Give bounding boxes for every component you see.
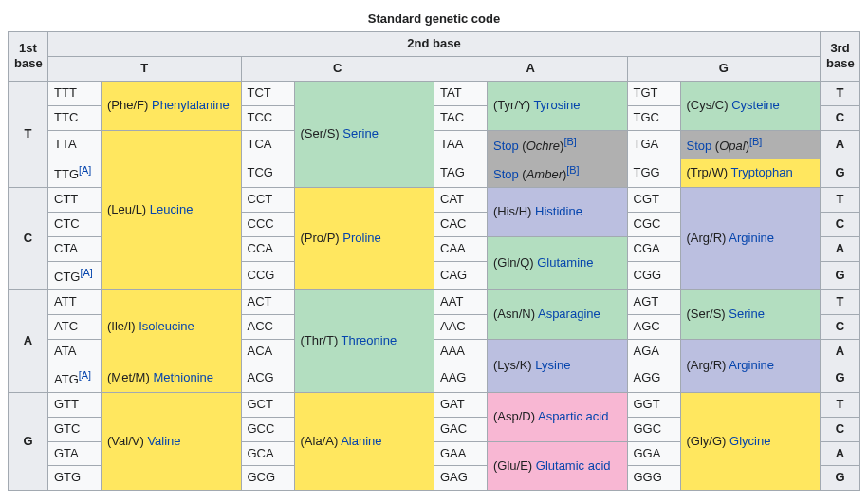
codon-GCC: GCC	[241, 417, 294, 441]
link-stop-ochre[interactable]: Stop	[493, 139, 519, 153]
link-stop-amber[interactable]: Stop	[493, 167, 519, 181]
codon-ACG: ACG	[241, 364, 294, 392]
codon-AAA: AAA	[434, 339, 488, 364]
stop-amber: Stop (Amber)[B]	[488, 159, 628, 187]
codon-AGT: AGT	[627, 289, 680, 314]
codon-CTG: CTG[A]	[48, 261, 102, 289]
codon-TTC: TTC	[48, 105, 102, 130]
link-arginine-ag[interactable]: Arginine	[729, 358, 774, 372]
link-serine[interactable]: Serine	[342, 126, 379, 140]
codon-GCA: GCA	[241, 441, 294, 466]
link-proline[interactable]: Proline	[342, 231, 380, 245]
aa-pro: (Pro/P) Proline	[294, 188, 434, 290]
codon-TGT: TGT	[627, 81, 680, 105]
codon-table: Standard genetic code 1stbase 2nd base 3…	[8, 8, 860, 491]
aa-arg-ag: (Arg/R) Arginine	[680, 339, 821, 392]
link-histidine[interactable]: Histidine	[535, 204, 582, 218]
codon-CCA: CCA	[241, 236, 294, 261]
codon-AGC: AGC	[627, 314, 680, 339]
link-glutamine[interactable]: Glutamine	[537, 255, 593, 270]
codon-GCG: GCG	[241, 466, 294, 491]
codon-ATG: ATG[A]	[48, 364, 102, 392]
aa-ala: (Ala/A) Alanine	[294, 392, 434, 491]
row-third-T: T	[821, 81, 860, 105]
codon-CAG: CAG	[434, 261, 488, 289]
link-arginine[interactable]: Arginine	[729, 231, 774, 245]
codon-TAA: TAA	[434, 130, 488, 159]
link-glutamic-acid[interactable]: Glutamic acid	[536, 458, 611, 473]
row-first-T: T	[9, 81, 48, 187]
link-phenylalanine[interactable]: Phenylalanine	[152, 98, 230, 112]
link-methionine[interactable]: Methionine	[153, 370, 213, 384]
codon-ACC: ACC	[241, 314, 294, 339]
codon-AAC: AAC	[434, 314, 488, 339]
codon-CTC: CTC	[48, 212, 102, 236]
codon-CGA: CGA	[627, 236, 680, 261]
aa-trp: (Trp/W) Tryptophan	[680, 159, 821, 187]
codon-GTT: GTT	[48, 392, 102, 417]
ref-b-taa[interactable]: [B]	[563, 136, 576, 147]
codon-CGT: CGT	[627, 188, 680, 213]
aa-cys: (Cys/C) Cysteine	[680, 81, 821, 130]
codon-TTA: TTA	[48, 130, 102, 159]
link-tyrosine[interactable]: Tyrosine	[533, 98, 580, 112]
aa-val: (Val/V) Valine	[102, 392, 242, 491]
codon-CCT: CCT	[241, 188, 294, 213]
codon-GGC: GGC	[627, 417, 680, 441]
codon-GAC: GAC	[434, 417, 488, 441]
row-first-A: A	[9, 289, 48, 392]
ref-a-atg[interactable]: [A]	[79, 369, 91, 381]
ref-b-tag[interactable]: [B]	[566, 164, 579, 176]
header-col-G: G	[627, 56, 821, 81]
codon-TCA: TCA	[241, 130, 294, 159]
aa-tyr: (Tyr/Y) Tyrosine	[488, 81, 628, 130]
link-threonine[interactable]: Threonine	[342, 333, 397, 347]
codon-AAT: AAT	[434, 289, 488, 314]
row-first-C: C	[9, 188, 48, 290]
codon-AAG: AAG	[434, 364, 488, 392]
codon-GGA: GGA	[627, 441, 680, 466]
link-aspartic-acid[interactable]: Aspartic acid	[538, 409, 608, 423]
header-col-C: C	[241, 56, 434, 81]
link-asparagine[interactable]: Asparagine	[538, 307, 600, 321]
header-first-base: 1stbase	[9, 32, 48, 82]
link-tryptophan[interactable]: Tryptophan	[730, 165, 792, 179]
ref-a-ctg[interactable]: [A]	[80, 267, 92, 278]
codon-ATC: ATC	[48, 314, 102, 339]
codon-CTA: CTA	[48, 236, 102, 261]
link-glycine[interactable]: Glycine	[729, 434, 770, 448]
link-alanine[interactable]: Alanine	[341, 434, 381, 448]
codon-TAG: TAG	[434, 159, 488, 187]
link-isoleucine[interactable]: Isoleucine	[139, 319, 194, 333]
aa-ser-tc: (Ser/S) Serine	[294, 81, 434, 187]
header-second-base: 2nd base	[48, 32, 821, 57]
header-col-A: A	[434, 56, 628, 81]
link-valine[interactable]: Valine	[147, 434, 180, 448]
link-serine-ag[interactable]: Serine	[729, 307, 765, 321]
aa-ser-ag: (Ser/S) Serine	[680, 289, 821, 339]
codon-TGG: TGG	[627, 159, 680, 187]
ref-b-tga[interactable]: [B]	[749, 136, 762, 147]
codon-CCC: CCC	[241, 212, 294, 236]
link-cysteine[interactable]: Cysteine	[731, 98, 780, 112]
link-leucine[interactable]: Leucine	[150, 202, 194, 216]
codon-AGG: AGG	[627, 364, 680, 392]
link-stop-opal[interactable]: Stop	[687, 139, 712, 153]
row-third-G: G	[821, 159, 860, 187]
codon-GTG: GTG	[48, 466, 102, 491]
row-third-C: C	[821, 105, 860, 130]
codon-TCT: TCT	[241, 81, 294, 105]
codon-GGG: GGG	[627, 466, 680, 491]
codon-TCC: TCC	[241, 105, 294, 130]
ref-a-ttg[interactable]: [A]	[79, 164, 91, 176]
aa-asp: (Asp/D) Aspartic acid	[488, 392, 628, 441]
codon-CGC: CGC	[627, 212, 680, 236]
codon-CAT: CAT	[434, 188, 488, 213]
link-lysine[interactable]: Lysine	[535, 358, 570, 372]
aa-glu: (Glu/E) Glutamic acid	[488, 441, 628, 491]
aa-gly: (Gly/G) Glycine	[680, 392, 821, 491]
aa-leu: (Leu/L) Leucine	[102, 130, 242, 289]
row-third-A: A	[821, 130, 860, 159]
aa-asn: (Asn/N) Asparagine	[488, 289, 628, 339]
aa-phe: (Phe/F) Phenylalanine	[102, 81, 242, 130]
